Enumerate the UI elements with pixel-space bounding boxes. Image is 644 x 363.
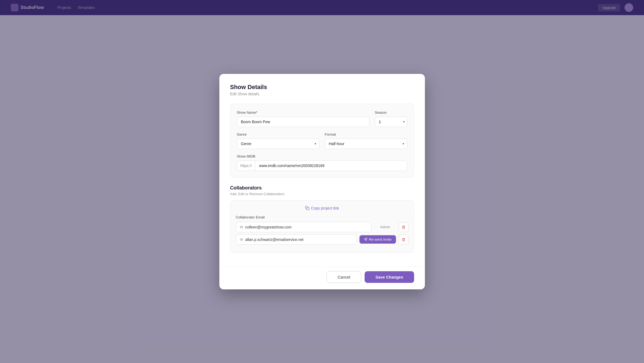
season-label: Season: [375, 110, 407, 115]
copy-icon: [305, 206, 309, 210]
show-name-input[interactable]: [237, 117, 369, 127]
imdb-label: Show IMDB: [237, 154, 407, 158]
collaborator-row-1: ✉ allan.p.schwartz@emailservice.net Re-s…: [236, 234, 408, 245]
show-name-label: Show Name*: [237, 110, 369, 115]
delete-collaborator-0-button[interactable]: [399, 222, 408, 232]
collaborators-subtitle: Add, Edit or Remove Collaborators: [230, 192, 414, 196]
format-select-wrapper: Half-hour One-hour Feature: [325, 139, 407, 149]
cancel-button[interactable]: Cancel: [326, 271, 361, 283]
collab-email-0: colleen@mygreatshow.com: [245, 225, 292, 229]
resend-invite-button[interactable]: Re-send Invite: [359, 235, 396, 244]
season-group: Season 1 2 3: [375, 110, 407, 127]
trash-icon-0: [402, 225, 405, 229]
show-details-form-card: Show Name* Season 1 2 3: [230, 104, 414, 178]
delete-collaborator-1-button[interactable]: [399, 235, 408, 244]
show-name-group: Show Name*: [237, 110, 369, 127]
season-wrapper: 1 2 3: [375, 117, 407, 127]
collab-role-0: Admin: [374, 225, 396, 229]
modal-title: Show Details: [230, 84, 414, 91]
email-icon-1: ✉: [240, 237, 243, 242]
imdb-group: Show IMDB https://: [237, 154, 407, 171]
collab-email-1: allan.p.schwartz@emailservice.net: [245, 237, 304, 242]
format-group: Format Half-hour One-hour Feature: [325, 132, 407, 149]
imdb-input-wrapper: https://: [237, 161, 407, 171]
genre-group: Genre Genre Drama Comedy Action: [237, 132, 319, 149]
copy-link-label: Copy project link: [311, 206, 339, 210]
form-row-name-season: Show Name* Season 1 2 3: [237, 110, 407, 127]
resend-label: Re-send Invite: [369, 237, 392, 241]
svg-rect-0: [307, 208, 309, 210]
format-label: Format: [325, 132, 407, 136]
trash-icon-1: [402, 238, 405, 241]
modal-body: Show Details Edit Show details. Show Nam…: [219, 74, 425, 267]
format-select[interactable]: Half-hour One-hour Feature: [325, 139, 407, 149]
collaborator-row-0: ✉ colleen@mygreatshow.com Admin: [236, 222, 408, 232]
imdb-prefix: https://: [237, 161, 255, 171]
collaborators-title: Collaborators: [230, 185, 414, 191]
save-changes-button[interactable]: Save Changes: [365, 271, 414, 283]
copy-project-link-button[interactable]: Copy project link: [305, 206, 339, 210]
collab-email-wrapper-0: ✉ colleen@mygreatshow.com: [236, 222, 372, 232]
copy-link-row: Copy project link: [236, 206, 408, 210]
email-icon-0: ✉: [240, 225, 243, 229]
send-icon: [364, 238, 367, 241]
season-select[interactable]: 1 2 3: [375, 117, 407, 127]
collab-email-label: Collaborator Email: [236, 215, 408, 219]
form-row-genre-format: Genre Genre Drama Comedy Action Format: [237, 132, 407, 149]
genre-label: Genre: [237, 132, 319, 136]
imdb-input[interactable]: [255, 161, 407, 171]
modal-footer: Cancel Save Changes: [219, 267, 425, 289]
genre-select-wrapper: Genre Drama Comedy Action: [237, 139, 319, 149]
genre-select[interactable]: Genre Drama Comedy Action: [237, 139, 319, 149]
collaborators-card: Copy project link Collaborator Email ✉ c…: [230, 200, 414, 253]
show-details-modal: Show Details Edit Show details. Show Nam…: [219, 74, 425, 289]
collab-email-wrapper-1: ✉ allan.p.schwartz@emailservice.net: [236, 234, 357, 245]
modal-subtitle: Edit Show details.: [230, 92, 414, 96]
